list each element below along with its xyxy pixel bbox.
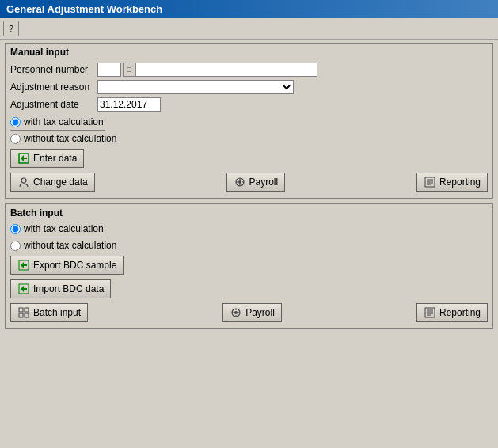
- batch-reporting-icon: [424, 306, 436, 319]
- manual-payroll-label: Payroll: [249, 177, 279, 188]
- svg-rect-19: [25, 308, 29, 312]
- export-bdc-button[interactable]: Export BDC sample: [10, 256, 124, 275]
- batch-without-tax-radio[interactable]: [10, 241, 21, 251]
- manual-payroll-button[interactable]: Payroll: [226, 173, 286, 192]
- adjustment-date-input[interactable]: [97, 97, 161, 112]
- toolbar: ?: [0, 18, 498, 40]
- batch-input-title: Batch input: [10, 207, 488, 218]
- svg-marker-17: [21, 286, 27, 292]
- svg-marker-1: [21, 155, 27, 161]
- change-data-button[interactable]: Change data: [10, 173, 95, 192]
- manual-with-tax-row: with tax calculation: [10, 116, 488, 127]
- svg-rect-9: [425, 177, 435, 187]
- adjustment-reason-label: Adjustment reason: [10, 82, 97, 93]
- manual-without-tax-radio[interactable]: [10, 134, 21, 144]
- batch-bottom-buttons: Batch input Payroll: [10, 303, 488, 322]
- import-bdc-icon: [17, 283, 30, 295]
- change-data-label: Change data: [33, 177, 88, 188]
- manual-input-title: Manual input: [10, 47, 488, 58]
- personnel-picker-button[interactable]: □: [123, 63, 135, 77]
- export-bdc-label: Export BDC sample: [33, 260, 116, 271]
- batch-payroll-button[interactable]: Payroll: [222, 303, 282, 322]
- radio-divider-1: [10, 130, 105, 131]
- export-bdc-icon: [17, 259, 30, 271]
- change-data-group: Change data: [10, 173, 95, 192]
- enter-data-label: Enter data: [33, 153, 77, 164]
- svg-point-4: [238, 180, 241, 184]
- manual-payroll-icon: [234, 176, 246, 188]
- personnel-number-wrapper: □: [97, 63, 317, 77]
- manual-reporting-label: Reporting: [439, 177, 481, 188]
- picker-icon: □: [127, 66, 131, 74]
- manual-payroll-group: Payroll: [95, 173, 416, 192]
- manual-reporting-icon: [424, 176, 436, 188]
- svg-marker-15: [21, 262, 27, 268]
- enter-data-row: Enter data: [10, 149, 488, 168]
- batch-with-tax-row: with tax calculation: [10, 223, 488, 234]
- personnel-number-text-input[interactable]: [135, 63, 317, 77]
- adjustment-date-label: Adjustment date: [10, 99, 97, 110]
- batch-input-icon: [17, 306, 30, 319]
- batch-without-tax-row: without tax calculation: [10, 240, 488, 251]
- personnel-number-row: Personnel number □: [10, 63, 488, 77]
- batch-payroll-icon: [230, 306, 242, 319]
- svg-point-2: [21, 178, 26, 183]
- manual-input-section: Manual input Personnel number □ Adjustme…: [5, 43, 493, 199]
- adjustment-date-row: Adjustment date: [10, 97, 488, 112]
- manual-reporting-button[interactable]: Reporting: [416, 173, 488, 192]
- svg-rect-21: [25, 313, 29, 317]
- enter-data-button[interactable]: Enter data: [10, 149, 84, 168]
- batch-payroll-label: Payroll: [245, 307, 275, 318]
- manual-bottom-buttons: Change data Payroll: [10, 173, 488, 192]
- batch-payroll-group: Payroll: [88, 303, 416, 322]
- adjustment-reason-row: Adjustment reason: [10, 80, 488, 94]
- batch-reporting-label: Reporting: [439, 307, 481, 318]
- batch-without-tax-label: without tax calculation: [24, 240, 116, 251]
- batch-input-section: Batch input with tax calculation without…: [5, 203, 493, 329]
- svg-rect-28: [425, 308, 435, 317]
- adjustment-reason-select[interactable]: [97, 80, 294, 94]
- change-data-icon: [17, 176, 30, 188]
- personnel-number-label: Personnel number: [10, 64, 97, 75]
- radio-divider-2: [10, 237, 105, 237]
- batch-input-label: Batch input: [33, 307, 81, 318]
- import-bdc-button[interactable]: Import BDC data: [10, 279, 111, 298]
- batch-with-tax-label: with tax calculation: [24, 223, 104, 234]
- batch-tax-radio-group: with tax calculation without tax calcula…: [10, 223, 488, 251]
- enter-data-icon: [17, 152, 30, 165]
- help-icon-symbol: ?: [9, 25, 13, 33]
- import-bdc-row: Import BDC data: [10, 279, 488, 298]
- batch-reporting-group: Reporting: [416, 303, 488, 322]
- window-title: General Adjustment Workbench: [6, 3, 162, 15]
- import-bdc-label: Import BDC data: [33, 283, 104, 294]
- batch-input-button[interactable]: Batch input: [10, 303, 88, 322]
- batch-input-group: Batch input: [10, 303, 88, 322]
- help-icon[interactable]: ?: [3, 21, 19, 36]
- manual-reporting-group: Reporting: [416, 173, 488, 192]
- svg-point-23: [234, 311, 238, 314]
- manual-tax-radio-group: with tax calculation without tax calcula…: [10, 116, 488, 144]
- svg-rect-20: [19, 313, 23, 317]
- svg-rect-18: [19, 308, 23, 312]
- manual-without-tax-row: without tax calculation: [10, 133, 488, 144]
- manual-without-tax-label: without tax calculation: [24, 133, 116, 144]
- export-bdc-row: Export BDC sample: [10, 256, 488, 275]
- title-bar: General Adjustment Workbench: [0, 0, 498, 18]
- manual-with-tax-radio[interactable]: [10, 117, 21, 127]
- personnel-number-short-input[interactable]: [97, 63, 121, 77]
- manual-with-tax-label: with tax calculation: [24, 116, 104, 127]
- batch-reporting-button[interactable]: Reporting: [416, 303, 488, 322]
- batch-with-tax-radio[interactable]: [10, 224, 21, 234]
- main-container: Manual input Personnel number □ Adjustme…: [0, 40, 498, 337]
